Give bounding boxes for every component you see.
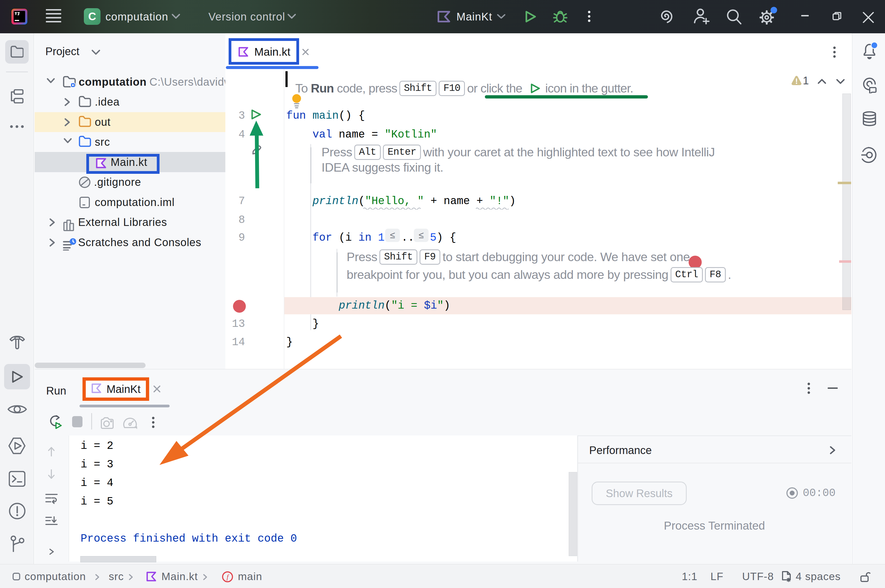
svg-text:f: f (226, 573, 229, 581)
